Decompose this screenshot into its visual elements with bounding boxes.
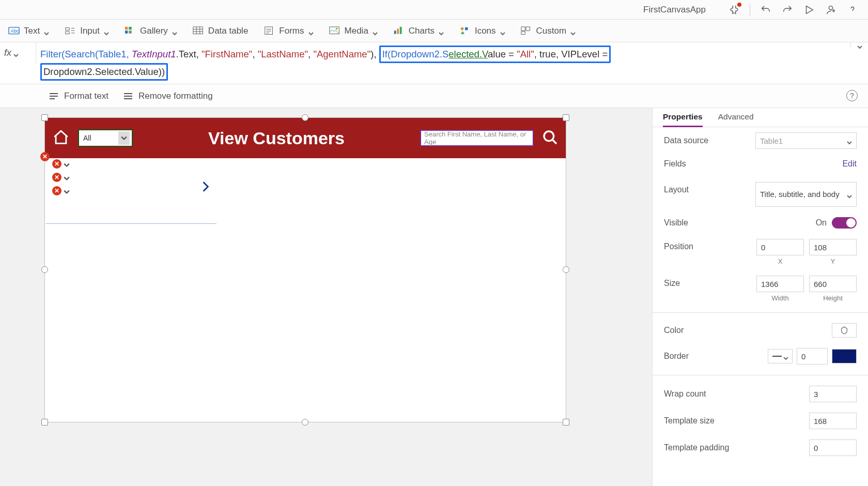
ribbon-charts[interactable]: Charts bbox=[393, 26, 444, 36]
app-header: All View Customers Search First Name, La… bbox=[45, 118, 566, 158]
remove-formatting-button[interactable]: Remove formatting bbox=[123, 91, 213, 101]
redo-icon[interactable] bbox=[781, 4, 794, 16]
ribbon-icons[interactable]: Icons bbox=[459, 26, 505, 36]
home-icon[interactable] bbox=[52, 129, 70, 148]
size-height-input[interactable]: 660 bbox=[809, 276, 857, 292]
search-icon[interactable] bbox=[542, 129, 559, 147]
canvas-area: All View Customers Search First Name, La… bbox=[0, 108, 652, 486]
svg-rect-19 bbox=[526, 26, 530, 30]
ribbon-media[interactable]: Media bbox=[329, 26, 378, 36]
datasource-select[interactable]: Table1 bbox=[755, 132, 857, 149]
ribbon-datatable[interactable]: Data table bbox=[193, 26, 249, 36]
prop-wrapcount: Wrap count 3 bbox=[653, 381, 868, 407]
resize-handle[interactable] bbox=[41, 114, 48, 121]
formula-highlight-1: If(Dropdown2.Selected.Value = "All", tru… bbox=[379, 45, 611, 63]
workspace: All View Customers Search First Name, La… bbox=[0, 108, 868, 486]
border-width-input[interactable]: 0 bbox=[797, 348, 828, 364]
resize-handle[interactable] bbox=[563, 114, 569, 121]
prop-datasource: Data source Table1 bbox=[653, 127, 868, 154]
position-x-input[interactable]: 0 bbox=[756, 239, 804, 255]
fx-label[interactable]: fx bbox=[0, 42, 36, 64]
app-name: FirstCanvasApp bbox=[643, 5, 706, 15]
svg-rect-15 bbox=[400, 26, 402, 34]
svg-rect-13 bbox=[394, 31, 396, 34]
format-bar: Format text Remove formatting ? bbox=[0, 84, 868, 108]
size-width-input[interactable]: 1366 bbox=[756, 276, 804, 292]
templatepadding-input[interactable]: 0 bbox=[809, 439, 857, 456]
svg-text:Abc: Abc bbox=[11, 28, 19, 33]
formula-highlight-2: Dropdown2.Selected.Value)) bbox=[40, 63, 168, 81]
prop-visible: Visible On bbox=[653, 212, 868, 234]
ribbon-forms[interactable]: Forms bbox=[264, 26, 313, 36]
resize-handle[interactable] bbox=[563, 266, 569, 273]
templatesize-input[interactable]: 168 bbox=[809, 413, 857, 429]
ribbon-custom[interactable]: Custom bbox=[521, 26, 576, 36]
resize-handle[interactable] bbox=[563, 419, 569, 426]
prop-size: Size 1366Width 660Height bbox=[653, 270, 868, 307]
gallery-template-row[interactable] bbox=[46, 159, 216, 224]
wrapcount-input[interactable]: 3 bbox=[809, 386, 857, 402]
fields-edit-link[interactable]: Edit bbox=[842, 159, 857, 169]
insert-ribbon: AbcText Input Gallery Data table Forms M… bbox=[0, 20, 868, 42]
svg-rect-20 bbox=[521, 32, 524, 35]
health-icon[interactable] bbox=[728, 4, 740, 16]
properties-panel: Properties Advanced Data source Table1 F… bbox=[652, 108, 868, 486]
prop-templatesize: Template size 168 bbox=[653, 407, 868, 434]
help-icon[interactable] bbox=[846, 4, 859, 16]
visible-toggle[interactable] bbox=[832, 217, 857, 229]
svg-rect-7 bbox=[125, 31, 128, 34]
prop-border: Border 0 bbox=[653, 343, 868, 370]
prop-templatepadding: Template padding 0 bbox=[653, 434, 868, 461]
format-text-button[interactable]: Format text bbox=[49, 91, 109, 101]
formula-bar: fx Filter(Search(Table1, TextInput1.Text… bbox=[0, 42, 868, 84]
svg-rect-3 bbox=[66, 27, 69, 30]
svg-rect-5 bbox=[125, 26, 128, 29]
tab-advanced[interactable]: Advanced bbox=[718, 112, 754, 127]
resize-handle[interactable] bbox=[302, 114, 308, 121]
svg-point-0 bbox=[829, 6, 832, 9]
screen-title: View Customers bbox=[141, 128, 412, 148]
svg-rect-10 bbox=[265, 26, 273, 34]
ribbon-input[interactable]: Input bbox=[65, 26, 109, 36]
search-input[interactable]: Search First Name, Last Name, or Age bbox=[420, 130, 534, 146]
svg-point-12 bbox=[335, 27, 337, 29]
border-style-select[interactable] bbox=[768, 349, 793, 363]
svg-rect-4 bbox=[66, 32, 69, 34]
position-y-input[interactable]: 108 bbox=[809, 239, 857, 255]
formula-input[interactable]: Filter(Search(Table1, TextInput1.Text, "… bbox=[36, 42, 850, 84]
layout-select[interactable]: Title, subtitle, and body bbox=[755, 182, 857, 207]
share-icon[interactable] bbox=[825, 4, 837, 16]
prop-layout: Layout Title, subtitle, and body bbox=[653, 174, 868, 212]
svg-rect-14 bbox=[397, 28, 399, 34]
vip-dropdown[interactable]: All bbox=[78, 129, 133, 147]
chevron-right-icon[interactable] bbox=[200, 181, 211, 194]
title-bar: FirstCanvasApp bbox=[0, 0, 868, 20]
svg-rect-6 bbox=[129, 26, 132, 29]
svg-point-21 bbox=[544, 131, 554, 141]
prop-fields: Fields Edit bbox=[653, 154, 868, 174]
prop-color: Color bbox=[653, 318, 868, 343]
border-color-swatch[interactable] bbox=[832, 349, 857, 363]
svg-rect-18 bbox=[521, 26, 524, 30]
svg-rect-9 bbox=[193, 26, 203, 34]
undo-icon[interactable] bbox=[760, 4, 772, 16]
resize-handle[interactable] bbox=[41, 266, 48, 273]
ribbon-gallery[interactable]: Gallery bbox=[125, 26, 177, 36]
play-icon[interactable] bbox=[803, 4, 815, 16]
ribbon-text[interactable]: AbcText bbox=[8, 26, 49, 36]
panel-tabs: Properties Advanced bbox=[653, 108, 868, 127]
chevron-down-icon[interactable] bbox=[118, 131, 130, 145]
color-picker[interactable] bbox=[832, 323, 857, 338]
resize-handle[interactable] bbox=[302, 419, 308, 426]
svg-point-16 bbox=[461, 27, 464, 30]
svg-rect-8 bbox=[129, 31, 132, 34]
svg-rect-17 bbox=[465, 27, 468, 30]
canvas-selection[interactable]: All View Customers Search First Name, La… bbox=[44, 117, 566, 422]
formula-help-icon[interactable]: ? bbox=[846, 90, 858, 101]
tab-properties[interactable]: Properties bbox=[663, 112, 703, 127]
resize-handle[interactable] bbox=[41, 419, 48, 426]
formula-expand[interactable] bbox=[850, 42, 868, 48]
prop-position: Position 0X 108Y bbox=[653, 234, 868, 270]
